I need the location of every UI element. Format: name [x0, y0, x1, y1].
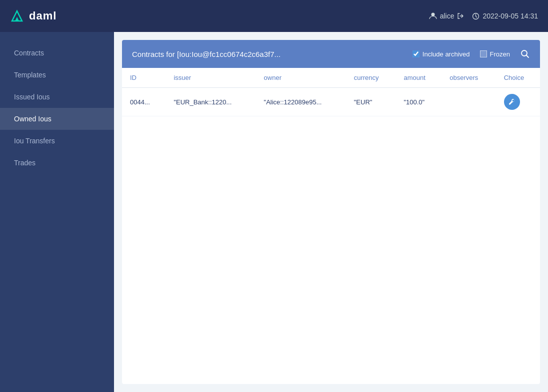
col-amount: amount — [396, 68, 442, 88]
search-button[interactable] — [520, 49, 530, 59]
frozen-checkbox[interactable] — [480, 50, 487, 57]
svg-point-4 — [522, 50, 527, 56]
sidebar-item-templates[interactable]: Templates — [0, 64, 114, 86]
cell-observers — [442, 88, 496, 116]
logo-icon — [10, 9, 24, 23]
contracts-header: Contracts for [Iou:Iou@fc1cc0674c2c6a3f7… — [122, 40, 540, 68]
header-right: alice 2022-09-05 14:31 — [429, 12, 538, 20]
user-icon — [429, 12, 437, 20]
table-header: ID issuer owner currency amount observer… — [122, 68, 540, 88]
sidebar-item-contracts[interactable]: Contracts — [0, 42, 114, 64]
main-content: Contracts for [Iou:Iou@fc1cc0674c2c6a3f7… — [114, 32, 548, 392]
include-archived-label[interactable]: Include archived — [412, 50, 470, 58]
contracts-header-controls: Include archived Frozen — [412, 49, 530, 59]
datetime-display: 2022-09-05 14:31 — [472, 12, 538, 20]
col-owner: owner — [256, 68, 346, 88]
main-layout: Contracts Templates Issued Ious Owned Io… — [0, 32, 548, 392]
table-row: 0044..."EUR_Bank::1220..."Alice::122089e… — [122, 88, 540, 116]
cell-issuer: "EUR_Bank::1220... — [166, 88, 256, 116]
datetime-text: 2022-09-05 14:31 — [482, 12, 538, 20]
include-archived-checkbox[interactable] — [412, 50, 420, 57]
logout-icon[interactable] — [457, 12, 464, 19]
col-choice: Choice — [496, 68, 540, 88]
cell-choice — [496, 88, 540, 116]
contracts-title: Contracts for [Iou:Iou@fc1cc0674c2c6a3f7… — [132, 50, 280, 58]
app-header: daml alice 2022-09-05 14:31 — [0, 0, 548, 32]
choice-button[interactable] — [504, 94, 520, 110]
logo-text: daml — [29, 9, 56, 22]
username: alice — [440, 12, 454, 20]
cell-amount: "100.0" — [396, 88, 442, 116]
sidebar-item-owned-ious[interactable]: Owned Ious — [0, 108, 114, 130]
cell-currency: "EUR" — [346, 88, 396, 116]
logo-area: daml — [10, 9, 56, 23]
cell-id: 0044... — [122, 88, 166, 116]
table-scroll: ID issuer owner currency amount observer… — [122, 68, 540, 384]
wrench-icon — [508, 98, 516, 106]
col-observers: observers — [442, 68, 496, 88]
sidebar-item-iou-transfers[interactable]: Iou Transfers — [0, 130, 114, 152]
sidebar-item-trades[interactable]: Trades — [0, 152, 114, 174]
col-issuer: issuer — [166, 68, 256, 88]
table-body: 0044..."EUR_Bank::1220..."Alice::122089e… — [122, 88, 540, 116]
contracts-panel: Contracts for [Iou:Iou@fc1cc0674c2c6a3f7… — [122, 40, 540, 384]
cell-owner: "Alice::122089e95... — [256, 88, 346, 116]
sidebar: Contracts Templates Issued Ious Owned Io… — [0, 32, 114, 392]
svg-point-2 — [431, 13, 434, 16]
frozen-label[interactable]: Frozen — [480, 50, 510, 58]
user-info: alice — [429, 12, 464, 20]
sidebar-item-issued-ious[interactable]: Issued Ious — [0, 86, 114, 108]
contracts-table: ID issuer owner currency amount observer… — [122, 68, 540, 116]
col-id: ID — [122, 68, 166, 88]
clock-icon — [472, 12, 480, 20]
svg-marker-1 — [15, 17, 19, 21]
col-currency: currency — [346, 68, 396, 88]
